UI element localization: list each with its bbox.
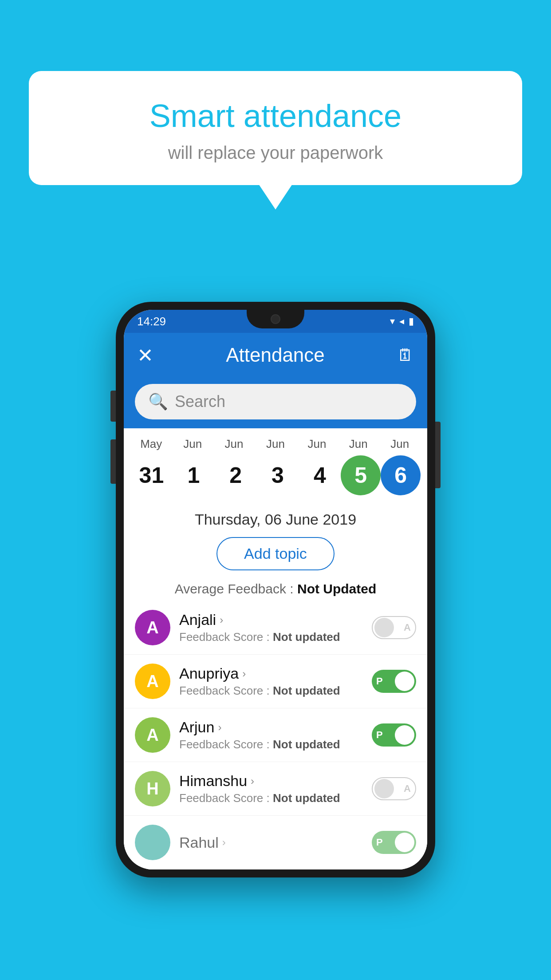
calendar-icon[interactable]: 🗓 xyxy=(397,346,414,365)
month-cell-1[interactable]: Jun xyxy=(172,437,213,451)
signal-icon: ◂ xyxy=(399,316,404,327)
add-topic-button[interactable]: Add topic xyxy=(216,537,335,570)
calendar-row: May Jun Jun Jun Jun Jun Jun 31 1 2 3 4 5… xyxy=(124,428,427,502)
student-list: A Anjali › Feedback Score : Not updated xyxy=(124,601,427,869)
add-topic-container: Add topic xyxy=(124,533,427,577)
date-cell-0[interactable]: 31 xyxy=(130,462,173,488)
toggle-container[interactable]: A xyxy=(372,616,416,639)
toggle-knob xyxy=(395,672,414,691)
month-row: May Jun Jun Jun Jun Jun Jun xyxy=(130,437,421,451)
month-cell-0[interactable]: May xyxy=(130,437,172,451)
student-feedback: Feedback Score : Not updated xyxy=(179,630,372,644)
camera-lens xyxy=(271,314,280,324)
status-time: 14:29 xyxy=(137,315,166,328)
selected-date: Thursday, 06 June 2019 xyxy=(124,502,427,533)
search-bar[interactable]: 🔍 Search xyxy=(135,384,416,419)
toggle-knob xyxy=(374,779,394,798)
toggle-label: P xyxy=(376,676,383,687)
wifi-icon: ▾ xyxy=(390,316,395,327)
attendance-toggle-on[interactable]: P xyxy=(372,831,416,854)
search-bar-container: 🔍 Search xyxy=(124,377,427,428)
student-name: Rahul › xyxy=(179,834,372,851)
side-button-volume-down xyxy=(110,439,116,484)
app-bar: ✕ Attendance 🗓 xyxy=(124,333,427,377)
date-cell-3[interactable]: 3 xyxy=(257,462,299,488)
student-info: Anupriya › Feedback Score : Not updated xyxy=(170,665,372,698)
month-cell-3[interactable]: Jun xyxy=(255,437,296,451)
bubble-subtitle: will replace your paperwork xyxy=(51,143,500,163)
month-cell-6[interactable]: Jun xyxy=(379,437,421,451)
close-button[interactable]: ✕ xyxy=(137,344,153,367)
app-bar-title: Attendance xyxy=(226,344,325,366)
month-cell-4[interactable]: Jun xyxy=(296,437,338,451)
side-button-power xyxy=(435,422,441,488)
attendance-toggle-on[interactable]: P xyxy=(372,723,416,747)
date-cell-2[interactable]: 2 xyxy=(215,462,257,488)
student-row[interactable]: A Anjali › Feedback Score : Not updated xyxy=(124,601,427,655)
chevron-right-icon: › xyxy=(218,721,221,734)
toggle-knob xyxy=(395,833,414,852)
attendance-toggle-on[interactable]: P xyxy=(372,670,416,693)
date-cell-today-6[interactable]: 6 xyxy=(381,455,421,495)
feedback-row: Average Feedback : Not Updated xyxy=(124,577,427,601)
student-feedback: Feedback Score : Not updated xyxy=(179,684,372,698)
avatar: A xyxy=(135,717,170,753)
phone-frame: 14:29 ▾ ◂ ▮ ✕ Attendance 🗓 🔍 Search xyxy=(116,302,435,877)
avatar: A xyxy=(135,664,170,699)
toggle-label: P xyxy=(376,837,383,848)
bubble-title: Smart attendance xyxy=(51,98,500,134)
student-name: Anjali › xyxy=(179,611,372,628)
toggle-container[interactable]: A xyxy=(372,777,416,800)
toggle-label: A xyxy=(404,783,411,794)
chevron-right-icon: › xyxy=(220,614,223,626)
attendance-toggle-off[interactable]: A xyxy=(372,616,416,639)
chevron-right-icon: › xyxy=(222,836,226,849)
date-cell-4[interactable]: 4 xyxy=(299,462,341,488)
student-row[interactable]: A Arjun › Feedback Score : Not updated P xyxy=(124,708,427,762)
student-row[interactable]: H Himanshu › Feedback Score : Not update… xyxy=(124,762,427,816)
feedback-value: Not Updated xyxy=(297,581,376,596)
status-icons: ▾ ◂ ▮ xyxy=(390,316,414,327)
month-cell-5[interactable]: Jun xyxy=(338,437,379,451)
student-info: Rahul › xyxy=(170,834,372,851)
student-name: Arjun › xyxy=(179,719,372,736)
search-icon: 🔍 xyxy=(148,392,168,411)
student-name: Anupriya › xyxy=(179,665,372,682)
battery-icon: ▮ xyxy=(409,316,414,327)
avatar: A xyxy=(135,610,170,645)
speech-bubble: Smart attendance will replace your paper… xyxy=(29,71,522,185)
toggle-container[interactable]: P xyxy=(372,723,416,747)
chevron-right-icon: › xyxy=(242,668,246,680)
chevron-right-icon: › xyxy=(251,775,254,787)
date-cell-selected-5[interactable]: 5 xyxy=(341,455,381,495)
phone-container: 14:29 ▾ ◂ ▮ ✕ Attendance 🗓 🔍 Search xyxy=(116,302,435,877)
toggle-container[interactable]: P xyxy=(372,831,416,854)
student-row[interactable]: Rahul › P xyxy=(124,816,427,869)
avatar xyxy=(135,825,170,860)
toggle-knob xyxy=(395,725,414,745)
camera-notch xyxy=(247,310,304,328)
side-button-volume-up xyxy=(110,391,116,422)
student-feedback: Feedback Score : Not updated xyxy=(179,791,372,805)
date-cell-1[interactable]: 1 xyxy=(173,462,215,488)
date-row: 31 1 2 3 4 5 6 xyxy=(130,453,421,498)
toggle-label: A xyxy=(404,622,411,633)
search-input[interactable]: Search xyxy=(175,392,225,411)
toggle-label: P xyxy=(376,729,383,741)
student-info: Anjali › Feedback Score : Not updated xyxy=(170,611,372,644)
student-info: Himanshu › Feedback Score : Not updated xyxy=(170,772,372,805)
phone-screen: 14:29 ▾ ◂ ▮ ✕ Attendance 🗓 🔍 Search xyxy=(124,310,427,869)
feedback-label: Average Feedback : xyxy=(175,581,297,596)
toggle-container[interactable]: P xyxy=(372,670,416,693)
month-cell-2[interactable]: Jun xyxy=(213,437,255,451)
student-name: Himanshu › xyxy=(179,772,372,790)
toggle-knob xyxy=(374,618,394,637)
student-row[interactable]: A Anupriya › Feedback Score : Not update… xyxy=(124,655,427,708)
student-feedback: Feedback Score : Not updated xyxy=(179,738,372,751)
student-info: Arjun › Feedback Score : Not updated xyxy=(170,719,372,751)
avatar: H xyxy=(135,771,170,806)
attendance-toggle-off[interactable]: A xyxy=(372,777,416,800)
